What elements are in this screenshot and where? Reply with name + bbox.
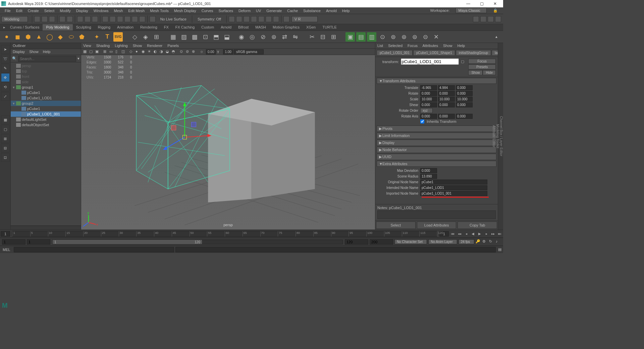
- vp-xray-icon[interactable]: ⊘: [185, 49, 191, 54]
- section-pivots[interactable]: ▶Pivots: [377, 126, 496, 132]
- shelf-tab-custom[interactable]: Custom: [198, 24, 217, 31]
- select-mode-icon[interactable]: [77, 16, 83, 22]
- outliner-item-pCube1[interactable]: pCube1: [11, 106, 81, 111]
- menu-edit-mesh[interactable]: Edit Mesh: [125, 9, 147, 13]
- autokey-icon[interactable]: 🔑: [476, 239, 481, 245]
- attr-tab-shape[interactable]: pCube1_LOD1_Shape1: [413, 50, 455, 56]
- vp-xray-joints-icon[interactable]: ⊗: [192, 49, 197, 54]
- snap-live-icon[interactable]: [132, 16, 138, 22]
- outliner-item-pCube1[interactable]: pCube1: [11, 90, 81, 95]
- vp-motion-blur-icon[interactable]: ◒: [165, 49, 171, 54]
- vp-film-gate-icon[interactable]: ▭: [109, 49, 114, 54]
- copy-tab-button[interactable]: Copy Tab: [458, 221, 497, 229]
- mode-dropdown[interactable]: Modeling: [1, 16, 28, 22]
- attr-tab-shading[interactable]: initialShadingGroup: [456, 50, 491, 56]
- section-display[interactable]: ▶Display: [377, 140, 496, 146]
- vp-lights-icon[interactable]: ☀: [147, 49, 153, 54]
- shelf-tab-rendering[interactable]: Rendering: [137, 24, 161, 31]
- poly-disc-icon[interactable]: ⬭: [66, 32, 76, 42]
- save-scene-icon[interactable]: [49, 16, 55, 22]
- select-button[interactable]: Select: [376, 221, 416, 229]
- render-sequence-icon[interactable]: [258, 16, 264, 22]
- attr-menu-show[interactable]: Show: [443, 44, 452, 48]
- imported-name-input[interactable]: [420, 191, 487, 196]
- section-limit[interactable]: ▶Limit Information: [377, 133, 496, 139]
- vp-menu-shading[interactable]: Shading: [96, 44, 110, 48]
- shelf-tab-mash[interactable]: MASH: [252, 24, 269, 31]
- menu-edit[interactable]: Edit: [13, 9, 25, 13]
- outliner-item-group1[interactable]: ▾group1: [11, 85, 81, 90]
- vp-gamma-value[interactable]: 1.00: [223, 49, 233, 54]
- layout-four[interactable]: ⊞: [1, 134, 10, 143]
- vr-dropdown[interactable]: V R: [291, 16, 318, 22]
- menu-windows[interactable]: Windows: [91, 9, 111, 13]
- attr-menu-list[interactable]: List: [377, 44, 383, 48]
- snap-point-icon[interactable]: [117, 16, 123, 22]
- intended-name-input[interactable]: [420, 185, 487, 190]
- misc-tool5-icon[interactable]: ⊝: [421, 32, 430, 42]
- shear-y[interactable]: [438, 102, 455, 107]
- outliner-item-side[interactable]: side: [11, 79, 81, 85]
- scale-tool[interactable]: ⤢: [1, 92, 10, 101]
- poly-cone-icon[interactable]: ▲: [34, 32, 44, 42]
- panel-layout3-icon[interactable]: [488, 16, 494, 22]
- render-settings-icon[interactable]: [251, 16, 257, 22]
- shelf-tab-bifrost[interactable]: Bifrost: [235, 24, 252, 31]
- range-start-anim[interactable]: [2, 239, 25, 245]
- shelf-tab-xgen[interactable]: XGen: [303, 24, 319, 31]
- poly-plane-icon[interactable]: ◆: [56, 32, 65, 42]
- minimize-button[interactable]: —: [462, 1, 475, 6]
- attr-menu-attributes[interactable]: Attributes: [422, 44, 438, 48]
- paint-select-icon[interactable]: [92, 16, 98, 22]
- step-forward-key-button[interactable]: ▸▸: [490, 231, 496, 237]
- poly-svg-icon[interactable]: SVG: [113, 32, 123, 42]
- vp-depth-icon[interactable]: ◓: [171, 49, 177, 54]
- outliner-item-top[interactable]: top: [11, 68, 81, 74]
- attr-menu-focus[interactable]: Focus: [408, 44, 418, 48]
- misc-tool1-icon[interactable]: ⊙: [378, 32, 387, 42]
- rotateaxis-x[interactable]: [420, 114, 437, 119]
- load-attributes-button[interactable]: Load Attributes: [417, 221, 457, 229]
- shelf-tab-motion[interactable]: Motion Graphics: [269, 24, 303, 31]
- outliner-item-defaultObjectSet[interactable]: defaultObjectSet: [11, 122, 81, 128]
- section-transform[interactable]: ▼Transform Attributes: [377, 78, 496, 84]
- lasso-tool[interactable]: ➰: [1, 54, 10, 63]
- merge-icon[interactable]: ◉: [237, 32, 246, 42]
- fill-hole-icon[interactable]: ⬒: [211, 32, 221, 42]
- play-forward-button[interactable]: ▶: [477, 231, 483, 237]
- rotate-x[interactable]: [420, 91, 437, 96]
- menu-generate[interactable]: Generate: [264, 9, 284, 13]
- range-start-play[interactable]: [27, 239, 50, 245]
- new-scene-icon[interactable]: [34, 16, 40, 22]
- scale-z[interactable]: [456, 97, 473, 102]
- lasso-icon[interactable]: [85, 16, 91, 22]
- show-button[interactable]: Show: [468, 70, 483, 75]
- workspace-dropdown[interactable]: Maya Classic: [455, 8, 487, 13]
- original-name-input[interactable]: [420, 180, 487, 185]
- green-tool2-icon[interactable]: ▤: [356, 32, 366, 42]
- outliner-menu-display[interactable]: Display: [13, 50, 25, 54]
- shelf-tab-sculpt[interactable]: Sculpting: [73, 24, 95, 31]
- vp-textured-icon[interactable]: ◉: [141, 49, 147, 54]
- live-surface-icon[interactable]: [150, 16, 156, 22]
- misc-tool6-icon[interactable]: ✕: [431, 32, 441, 42]
- shelf-tab-animation[interactable]: Animation: [114, 24, 137, 31]
- shear-z[interactable]: [456, 102, 473, 107]
- open-scene-icon[interactable]: [42, 16, 48, 22]
- attr-menu-help[interactable]: Help: [458, 44, 465, 48]
- range-track[interactable]: 1 120: [52, 240, 343, 244]
- tab-channel-box[interactable]: Channel Box / Layer Editor: [499, 49, 503, 223]
- search-icon[interactable]: 🔍: [12, 56, 17, 61]
- vp-grid-icon[interactable]: ⊞: [103, 49, 108, 54]
- vp-select-cam-icon[interactable]: ▦: [83, 49, 88, 54]
- attr-menu-selected[interactable]: Selected: [388, 44, 402, 48]
- range-end-anim[interactable]: [370, 239, 393, 245]
- redo-icon[interactable]: [67, 16, 73, 22]
- rotate-y[interactable]: [438, 91, 455, 96]
- max-deviation-input[interactable]: [420, 168, 437, 173]
- poly-cylinder-icon[interactable]: ⬢: [23, 32, 33, 42]
- misc-tool2-icon[interactable]: ⊚: [388, 32, 398, 42]
- panel-layout-icon[interactable]: [473, 16, 479, 22]
- shelf-tab-curves[interactable]: Curves / Surfaces: [7, 24, 43, 31]
- prefs-icon[interactable]: ⚙: [482, 239, 488, 245]
